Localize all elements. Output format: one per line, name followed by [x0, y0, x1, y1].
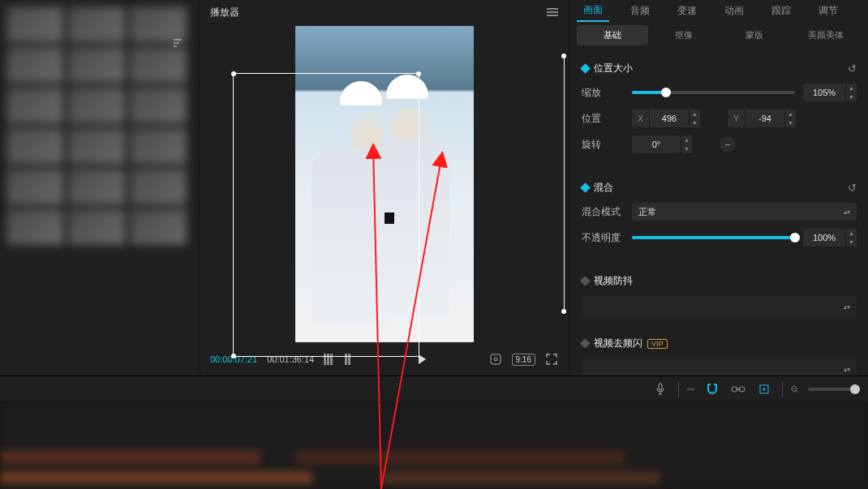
section-title-blend: 混合: [594, 181, 613, 195]
chevron-updown-icon: ▴▾: [844, 366, 850, 373]
zoom-slider-knob[interactable]: [850, 384, 860, 394]
svg-point-8: [763, 388, 766, 390]
selection-frame[interactable]: [233, 73, 419, 357]
reset-position-button[interactable]: ↺: [848, 62, 857, 75]
opacity-slider-knob[interactable]: [790, 233, 800, 242]
svg-point-4: [692, 388, 694, 390]
toggle-diamond-icon[interactable]: [580, 338, 591, 349]
svg-point-3: [688, 388, 690, 390]
inspector-panel: 画面 音频 变速 动画 跟踪 调节 基础 抠像 蒙版 美颜美体 位置大小 ↺ 缩…: [570, 0, 868, 375]
snap-toggle-icon[interactable]: [678, 381, 694, 397]
player-panel: 播放器 00:00:07:21 00:01:: [200, 0, 568, 375]
tab-audio[interactable]: 音频: [624, 1, 656, 21]
tab-animation[interactable]: 动画: [718, 1, 750, 21]
rotation-label: 旋转: [582, 138, 624, 152]
play-button[interactable]: [419, 354, 426, 364]
position-y-field[interactable]: Y -94 ▲▼: [728, 109, 796, 127]
tab-video[interactable]: 画面: [577, 0, 609, 22]
subtab-mask[interactable]: 蒙版: [720, 25, 791, 45]
deflicker-collapsed[interactable]: ▴▾: [582, 358, 857, 375]
scale-slider[interactable]: [632, 91, 795, 94]
subtab-beauty[interactable]: 美颜美体: [790, 25, 862, 45]
keyframe-diamond-icon[interactable]: [580, 182, 591, 193]
rotation-stepper[interactable]: ▲▼: [681, 135, 692, 153]
section-deflicker: 视频去频闪 VIP ▴▾: [570, 324, 868, 375]
opacity-value[interactable]: 100%: [803, 229, 845, 247]
zoom-out-icon[interactable]: [782, 381, 798, 397]
preview-mark-icon[interactable]: [756, 381, 772, 397]
scale-value[interactable]: 105%: [803, 84, 845, 101]
opacity-stepper[interactable]: ▲▼: [845, 229, 857, 247]
svg-point-1: [494, 358, 497, 361]
media-grid-blurred: [0, 0, 198, 251]
svg-rect-2: [659, 384, 662, 390]
chevron-updown-icon: ▴▾: [844, 303, 850, 311]
section-stabilize: 视频防抖 ▴▾: [570, 261, 868, 324]
inspector-subtabs: 基础 抠像 蒙版 美颜美体: [570, 22, 868, 49]
subtab-cutout[interactable]: 抠像: [648, 25, 720, 45]
sort-icon[interactable]: [172, 37, 183, 49]
tab-adjust[interactable]: 调节: [812, 1, 844, 21]
reset-blend-button[interactable]: ↺: [848, 182, 857, 194]
keyframe-diamond-icon[interactable]: [580, 63, 591, 74]
fullscreen-icon[interactable]: [545, 353, 558, 366]
zoom-slider[interactable]: [808, 388, 857, 391]
subtab-basic[interactable]: 基础: [577, 25, 648, 45]
magnet-icon[interactable]: [704, 381, 720, 397]
section-title-stabilize: 视频防抖: [594, 274, 633, 288]
section-position-size: 位置大小 ↺ 缩放 105% ▲▼ 位置 X 496 ▲▼: [570, 49, 868, 168]
player-menu-icon[interactable]: [547, 8, 558, 16]
scale-stepper[interactable]: ▲▼: [845, 84, 857, 101]
opacity-label: 不透明度: [582, 231, 624, 245]
aspect-ratio-badge[interactable]: 9:16: [512, 354, 535, 366]
link-icon[interactable]: [730, 381, 746, 397]
toggle-diamond-icon[interactable]: [580, 276, 591, 286]
timeline-tracks-blurred: [0, 401, 868, 489]
rotation-value[interactable]: 0°: [632, 135, 681, 153]
scale-label: 缩放: [582, 86, 624, 100]
timeline-tracks[interactable]: [0, 401, 868, 489]
resize-handle-right[interactable]: [564, 56, 565, 311]
vip-badge: VIP: [647, 339, 668, 349]
timeline-toolbar: [0, 375, 868, 401]
player-viewport[interactable]: [200, 24, 568, 343]
position-label: 位置: [582, 112, 624, 126]
blend-mode-label: 混合模式: [582, 205, 624, 219]
chevron-updown-icon: ▴▾: [844, 208, 850, 216]
inspector-tabs: 画面 音频 变速 动画 跟踪 调节: [570, 0, 868, 22]
scale-slider-knob[interactable]: [661, 88, 671, 97]
media-browser-panel: [0, 0, 198, 375]
svg-rect-0: [491, 354, 501, 364]
timeline-area: [0, 375, 868, 489]
tab-speed[interactable]: 变速: [671, 1, 703, 21]
section-blend: 混合 ↺ 混合模式 正常 ▴▾ 不透明度 100% ▲▼: [570, 168, 868, 261]
blend-mode-select[interactable]: 正常 ▴▾: [632, 203, 857, 221]
safe-zone-icon[interactable]: [489, 353, 502, 366]
stabilize-collapsed[interactable]: ▴▾: [582, 296, 857, 317]
rotation-reset-button[interactable]: −: [720, 136, 736, 152]
opacity-slider[interactable]: [632, 236, 795, 239]
mic-record-icon[interactable]: [652, 381, 668, 397]
section-title-position: 位置大小: [594, 62, 633, 75]
player-title: 播放器: [210, 6, 239, 19]
section-title-deflicker: 视频去频闪: [594, 337, 642, 350]
position-x-field[interactable]: X 496 ▲▼: [632, 109, 700, 127]
tab-tracking[interactable]: 跟踪: [765, 1, 797, 21]
